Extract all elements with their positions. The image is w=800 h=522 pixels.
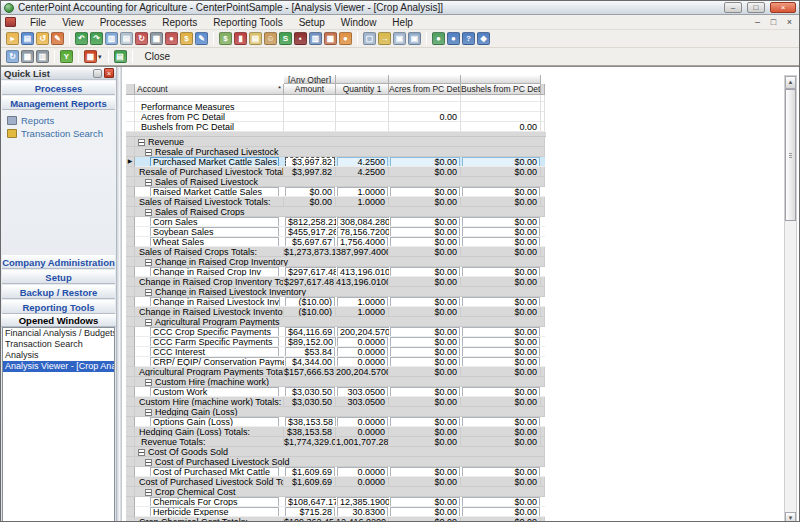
account-name-box[interactable]: Wheat Sales [150, 237, 279, 247]
acres-cell-box[interactable]: $0.00 [390, 507, 460, 517]
account-cell[interactable]: Cost of Purchased Mkt Cattle [135, 467, 284, 477]
export-icon[interactable]: ▦ [84, 50, 97, 63]
forward-arrow-icon[interactable]: ↷ [90, 32, 103, 45]
cash-icon[interactable]: $ [219, 32, 232, 45]
collapse-toggle-icon[interactable] [138, 449, 145, 456]
invoice-card-icon[interactable]: ▦ [324, 32, 337, 45]
collapse-toggle-icon[interactable] [145, 409, 152, 416]
bushels-cell[interactable] [461, 102, 541, 112]
quantity-cell[interactable]: 303.0500 [336, 387, 389, 397]
form-forward-icon[interactable]: → [378, 32, 391, 45]
restore-button[interactable]: □ [747, 2, 765, 13]
bushels-cell-box[interactable]: $0.00 [462, 497, 540, 507]
amount-cell-box[interactable]: $38,153.58 [285, 417, 336, 427]
minimize-button[interactable]: – [724, 2, 742, 13]
back-arrow-icon[interactable]: ↶ [75, 32, 88, 45]
account-cell[interactable]: Herbicide Expense [135, 507, 284, 517]
acres-cell-box[interactable]: $0.00 [390, 417, 460, 427]
account-cell[interactable]: Change in Raised Crop Inv [135, 267, 284, 277]
time-clock-icon[interactable]: ● [339, 32, 352, 45]
quantity-cell-box[interactable]: 1.0000 [337, 187, 388, 197]
acres-cell-box[interactable]: $0.00 [390, 217, 460, 227]
column-header-bushels-from-pc-detail[interactable]: Bushels from PC Detail [461, 84, 541, 95]
account-cell[interactable]: Chemicals For Crops [135, 497, 284, 507]
quick-list-close-icon[interactable]: × [104, 68, 114, 78]
amount-cell[interactable] [284, 102, 336, 112]
mdi-close-button[interactable]: × [784, 17, 795, 27]
vertical-scrollbar[interactable]: ▲ ▼ [784, 75, 797, 522]
edit-pencil-icon[interactable]: ✎ [51, 32, 64, 45]
quantity-cell[interactable]: 0.0000 [336, 357, 389, 367]
bushels-cell[interactable]: $0.00 [461, 217, 541, 227]
quantity-cell[interactable]: 0.0000 [336, 417, 389, 427]
bushels-cell[interactable]: $0.00 [461, 327, 541, 337]
help-icon[interactable]: ? [462, 32, 475, 45]
amount-cell-box[interactable]: $64,116.69 [285, 327, 335, 337]
scrollbar-thumb[interactable] [785, 89, 796, 221]
opened-window-item-financial-analysis-budgets[interactable]: Financial Analysis / Budgets [3, 328, 114, 339]
amount-cell[interactable]: $4,344.00 [284, 357, 336, 367]
customer-icon[interactable]: ☺ [264, 32, 277, 45]
account-cell[interactable]: Wheat Sales [135, 237, 284, 247]
quantity-cell-box[interactable]: 4.2500 [337, 157, 388, 167]
acres-cell-box[interactable]: $0.00 [390, 237, 460, 247]
quantity-cell[interactable] [336, 122, 389, 132]
dropdown-caret-icon[interactable]: ▾ [98, 53, 102, 61]
acres-cell[interactable]: $0.00 [389, 387, 461, 397]
menu-item-reports[interactable]: Reports [154, 17, 205, 28]
bushels-cell[interactable]: $0.00 [461, 337, 541, 347]
close-view-button[interactable]: Close [137, 51, 179, 62]
folder-history-icon[interactable]: ↺ [36, 32, 49, 45]
bushels-cell[interactable]: $0.00 [461, 507, 541, 517]
bushels-cell[interactable]: $0.00 [461, 357, 541, 367]
acres-cell[interactable]: $0.00 [389, 497, 461, 507]
scroll-down-icon[interactable]: ▼ [785, 512, 796, 522]
acres-cell[interactable]: $0.00 [389, 507, 461, 517]
quantity-cell[interactable]: 0.0000 [336, 337, 389, 347]
menu-item-file[interactable]: File [22, 17, 54, 28]
sidebar-button-reporting-tools[interactable]: Reporting Tools [2, 300, 115, 314]
write-check-icon[interactable]: ✎ [195, 32, 208, 45]
acres-cell[interactable]: $0.00 [389, 187, 461, 197]
account-cell[interactable]: Purchased Market Cattle Sales [135, 157, 284, 167]
bushels-cell[interactable]: $0.00 [461, 347, 541, 357]
bushels-cell-box[interactable]: $0.00 [462, 267, 540, 277]
collapse-toggle-icon[interactable] [145, 259, 152, 266]
bushels-cell-box[interactable]: $0.00 [462, 357, 540, 367]
collapse-toggle-icon[interactable] [138, 139, 145, 146]
collapse-toggle-icon[interactable] [145, 319, 152, 326]
column-header-amount[interactable]: Amount [284, 84, 336, 95]
menu-item-setup[interactable]: Setup [291, 17, 333, 28]
amount-cell[interactable]: $38,153.58 [284, 417, 336, 427]
acres-cell[interactable]: $0.00 [389, 227, 461, 237]
account-name-box[interactable]: Change in Raised Livestock Inv [150, 297, 280, 307]
amount-cell-box[interactable]: $89,152.00 [285, 337, 336, 347]
closing-icon[interactable]: ▪ [294, 32, 307, 45]
sidebar-link-reports[interactable]: Reports [7, 114, 116, 127]
acres-cell-box[interactable]: $0.00 [390, 347, 460, 357]
copy-page-icon[interactable]: ▤ [120, 32, 133, 45]
acres-cell[interactable]: 0.00 [389, 112, 461, 122]
bushels-cell-box[interactable]: $0.00 [462, 217, 540, 227]
mdi-restore-button[interactable]: □ [768, 17, 779, 27]
acres-cell[interactable]: $0.00 [389, 357, 461, 367]
bushels-cell-box[interactable]: $0.00 [462, 187, 540, 197]
amount-cell-box[interactable]: $715.28 [285, 507, 335, 517]
account-name-box[interactable]: CCC Farm Specific Payments [150, 337, 279, 347]
amount-cell-box[interactable]: $3,030.50 [285, 387, 335, 397]
recurring-icon[interactable]: ↻ [135, 32, 148, 45]
quantity-cell[interactable]: 12,385.1900 [336, 497, 389, 507]
quantity-cell-box[interactable]: 12,385.1900 [337, 497, 389, 507]
menu-item-view[interactable]: View [54, 17, 92, 28]
pie-report-icon[interactable]: ● [165, 32, 178, 45]
amount-cell[interactable]: $108,647.17 [284, 497, 336, 507]
amount-cell-box[interactable]: $455,917.26 [285, 227, 336, 237]
amount-cell[interactable] [284, 122, 336, 132]
acres-cell-box[interactable]: $0.00 [390, 157, 460, 167]
amount-cell[interactable]: $53.84 [284, 347, 336, 357]
acres-cell[interactable]: $0.00 [389, 467, 461, 477]
quantity-cell-box[interactable]: 30.8300 [337, 507, 388, 517]
bushels-cell[interactable]: $0.00 [461, 157, 541, 167]
scroll-up-icon[interactable]: ▲ [785, 76, 796, 89]
account-cell[interactable]: Change in Raised Livestock Inv [135, 297, 284, 307]
